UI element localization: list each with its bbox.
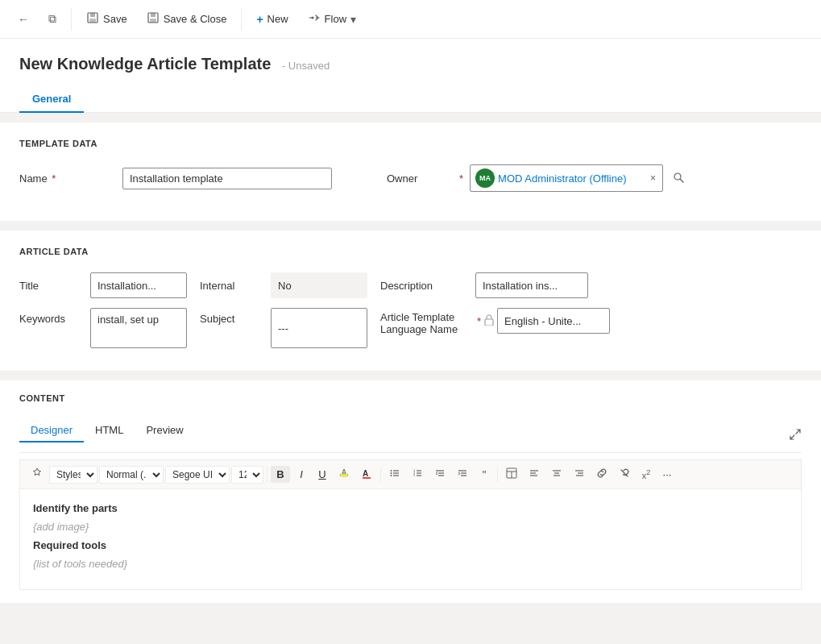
owner-label: Owner (387, 172, 451, 185)
rte-divider-3 (497, 467, 498, 482)
rte-underline-button[interactable]: U (313, 466, 332, 483)
back-icon: ← (18, 13, 29, 26)
svg-rect-4 (151, 13, 155, 17)
new-label: New (267, 13, 288, 25)
expand-button[interactable] (789, 428, 802, 444)
subject-label: Subject (200, 308, 264, 325)
tab-html[interactable]: HTML (84, 419, 135, 442)
language-label-group: Article Template Language Name (380, 308, 469, 335)
name-label: Name * (19, 172, 116, 185)
svg-point-18 (391, 475, 392, 476)
rte-ai-button[interactable] (27, 465, 48, 484)
owner-close-button[interactable]: × (649, 171, 657, 185)
name-field-row: Name * Owner * MA MOD Administrator (Off… (19, 164, 802, 192)
save-icon (86, 11, 99, 27)
language-value[interactable]: English - Unite... (497, 308, 610, 334)
editor-heading-1: Identify the parts (33, 502, 118, 514)
language-label: Article Template Language Name (380, 311, 458, 335)
rte-link-button[interactable] (591, 465, 612, 484)
rte-highlight-button[interactable] (334, 465, 355, 484)
rte-superscript-button[interactable]: x2 (636, 466, 656, 483)
svg-point-17 (391, 472, 392, 474)
rte-bullets-button[interactable] (384, 465, 405, 484)
save-close-label: Save & Close (164, 13, 227, 25)
save-close-button[interactable]: Save & Close (139, 6, 235, 31)
name-input[interactable] (122, 168, 332, 189)
rte-italic-icon: I (300, 468, 303, 480)
owner-name: MOD Administrator (Offline) (498, 172, 645, 185)
owner-required-marker: * (459, 172, 463, 185)
tab-preview[interactable]: Preview (135, 419, 194, 442)
internal-label: Internal (200, 280, 264, 292)
main-scroll-container: New Knowledge Article Template - Unsaved… (0, 39, 821, 603)
svg-line-8 (681, 179, 684, 182)
rte-indent-dec-icon (434, 467, 446, 481)
page-title: New Knowledge Article Template (19, 55, 271, 73)
title-label: Title (19, 280, 84, 292)
rte-quote-button[interactable]: " (475, 466, 494, 484)
rte-indent-dec-button[interactable] (429, 465, 450, 484)
back-button[interactable]: ← (10, 8, 37, 31)
flow-icon (308, 11, 321, 27)
svg-point-7 (674, 173, 681, 180)
toolbar: ← ⧉ Save Save & Close + New (0, 0, 821, 39)
rte-align-center-icon (551, 467, 562, 481)
svg-rect-5 (150, 19, 156, 23)
popout-icon: ⧉ (48, 12, 56, 26)
page-title-bar: New Knowledge Article Template - Unsaved (19, 55, 802, 73)
description-value[interactable]: Installation ins... (475, 272, 588, 298)
unsaved-label: - Unsaved (282, 60, 330, 72)
subject-value[interactable]: --- (271, 308, 367, 348)
rte-size-select[interactable]: 12 (231, 466, 263, 484)
keywords-value[interactable]: install, set up (90, 308, 187, 348)
content-section: CONTENT Designer HTML Preview (0, 380, 821, 603)
rte-indent-inc-icon (457, 467, 468, 481)
owner-search-button[interactable] (670, 170, 687, 187)
svg-rect-10 (340, 474, 348, 476)
rte-fontcolor-button[interactable]: A (356, 465, 377, 484)
rte-bold-button[interactable]: B (271, 466, 290, 483)
rte-highlight-icon (338, 467, 350, 481)
rte-align-right-icon (574, 467, 585, 481)
rte-table-icon (506, 467, 517, 481)
flow-button[interactable]: Flow ▾ (300, 6, 364, 31)
rte-align-center-button[interactable] (546, 465, 567, 484)
svg-rect-12 (363, 477, 371, 479)
rte-quote-icon: " (483, 468, 487, 481)
description-label: Description (380, 280, 469, 292)
tab-designer[interactable]: Designer (19, 419, 84, 442)
new-plus-icon: + (256, 13, 263, 26)
save-close-icon (147, 11, 160, 27)
rte-bullets-icon (389, 467, 400, 481)
toolbar-divider-2 (241, 8, 242, 31)
content-tabs: Designer HTML Preview (19, 419, 789, 442)
rte-font-select[interactable]: Segoe UI (165, 466, 230, 484)
rte-fontcolor-icon: A (361, 467, 372, 481)
rte-numbered-button[interactable]: 123 (407, 465, 428, 484)
rte-superscript-icon: x2 (642, 468, 651, 480)
flow-chevron-icon: ▾ (350, 13, 356, 26)
title-value[interactable]: Installation... (90, 272, 187, 298)
svg-point-16 (391, 470, 392, 472)
rte-table-button[interactable] (501, 465, 522, 484)
rte-unlink-button[interactable] (614, 465, 635, 484)
rte-format-select[interactable]: Normal (... (99, 466, 164, 484)
new-button[interactable]: + New (248, 8, 296, 31)
main-tabs: General (19, 86, 802, 112)
rte-indent-inc-button[interactable] (452, 465, 473, 484)
rte-bold-icon: B (276, 468, 284, 480)
rte-align-left-button[interactable] (524, 465, 545, 484)
rte-numbered-icon: 123 (412, 467, 423, 481)
template-data-title: TEMPLATE DATA (19, 139, 802, 148)
article-row-2: Keywords install, set up Subject --- Art… (19, 308, 802, 348)
editor-content[interactable]: Identify the parts {add image} Required … (19, 488, 802, 590)
rte-align-right-button[interactable] (569, 465, 590, 484)
rte-italic-button[interactable]: I (292, 466, 311, 483)
rte-more-button[interactable]: ··· (657, 466, 677, 483)
content-section-title: CONTENT (19, 393, 802, 403)
popout-button[interactable]: ⧉ (40, 7, 64, 31)
tab-general[interactable]: General (19, 86, 84, 113)
save-button[interactable]: Save (78, 6, 135, 31)
internal-value: No (271, 272, 367, 298)
rte-styles-select[interactable]: Styles (49, 466, 97, 484)
